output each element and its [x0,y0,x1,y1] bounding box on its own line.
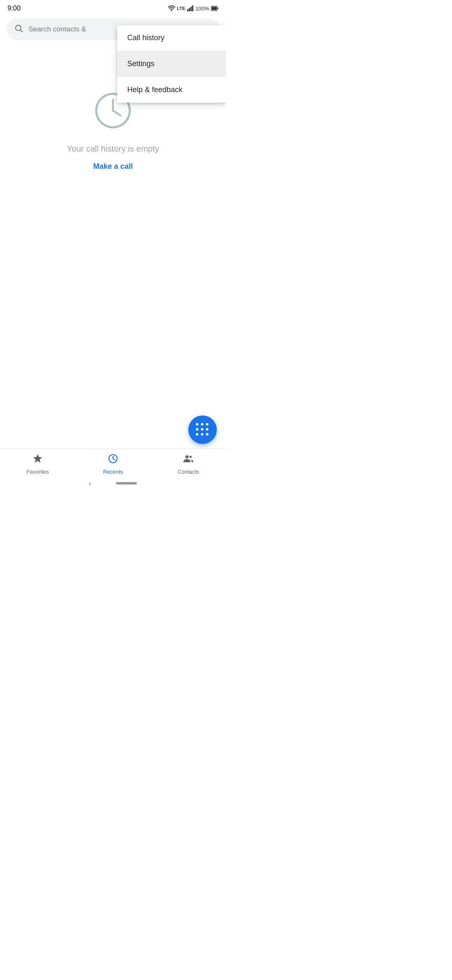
menu-item-settings[interactable]: Settings [117,51,226,77]
dropdown-menu: Call history Settings Help & feedback [117,25,226,103]
menu-item-call-history[interactable]: Call history [117,25,226,51]
menu-item-help-feedback[interactable]: Help & feedback [117,77,226,103]
